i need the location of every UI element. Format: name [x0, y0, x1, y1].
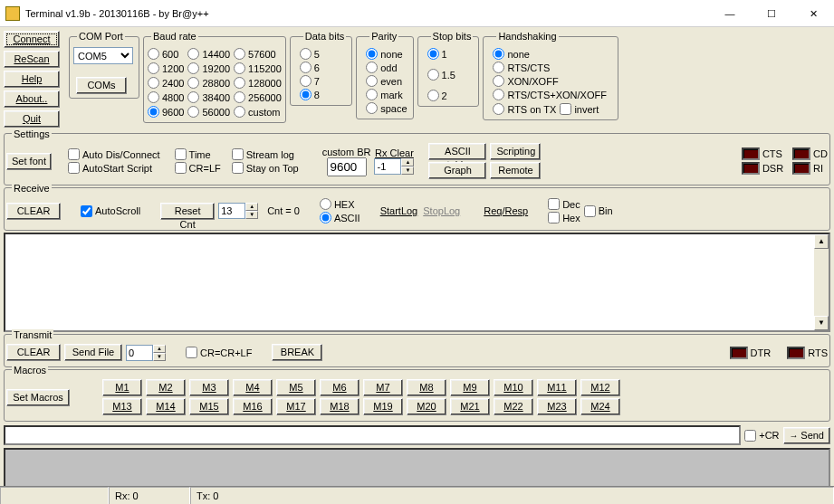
rxclear-spin[interactable]: ▲▼ [374, 158, 414, 175]
stopbits-1.5[interactable]: 1.5 [427, 68, 474, 81]
baud-38400[interactable]: 38400 [187, 90, 230, 104]
macro-M20[interactable]: M20 [407, 398, 446, 415]
hex-check[interactable]: Hex [548, 211, 580, 224]
macro-M5[interactable]: M5 [276, 379, 316, 396]
macro-M11[interactable]: M11 [537, 379, 577, 396]
close-button[interactable]: ✕ [792, 0, 834, 27]
macro-M3[interactable]: M3 [189, 379, 229, 396]
macro-M16[interactable]: M16 [233, 398, 273, 415]
macro-M22[interactable]: M22 [494, 398, 533, 415]
bin-check[interactable]: Bin [584, 204, 613, 218]
baud-56000[interactable]: 56000 [187, 105, 230, 119]
rx-scrollbar[interactable]: ▲▼ [814, 234, 829, 330]
invert-check[interactable]: invert [560, 102, 599, 116]
baud-2400[interactable]: 2400 [148, 76, 184, 90]
macro-M14[interactable]: M14 [146, 398, 186, 415]
stopbits-2[interactable]: 2 [427, 89, 474, 102]
baud-14400[interactable]: 14400 [187, 47, 230, 61]
maximize-button[interactable]: ☐ [751, 0, 792, 27]
macro-M23[interactable]: M23 [537, 398, 577, 415]
macro-M19[interactable]: M19 [363, 398, 403, 415]
dec-check[interactable]: Dec [548, 197, 580, 211]
databits-5[interactable]: 5 [300, 47, 346, 61]
coms-button[interactable]: COMs [76, 77, 127, 94]
setfont-button[interactable]: Set font [6, 153, 52, 170]
macro-M13[interactable]: M13 [102, 398, 142, 415]
macro-M2[interactable]: M2 [146, 379, 186, 396]
baud-256000[interactable]: 256000 [234, 90, 282, 104]
reqresp-button[interactable]: Req/Resp [484, 205, 528, 216]
set-macros-button[interactable]: Set Macros [6, 389, 70, 406]
send-input[interactable] [4, 425, 741, 445]
parity-odd[interactable]: odd [366, 61, 407, 74]
baud-600[interactable]: 600 [148, 47, 184, 61]
cnt-spin[interactable]: ▲▼ [218, 203, 258, 219]
handshaking-none[interactable]: none [493, 47, 612, 61]
rts-led[interactable]: RTS [787, 347, 828, 359]
baud-19200[interactable]: 19200 [187, 62, 230, 75]
tx-spin[interactable]: ▲▼ [126, 345, 166, 361]
macro-M17[interactable]: M17 [276, 398, 316, 415]
connect-button[interactable]: Connect [4, 31, 60, 48]
rx-hex-radio[interactable]: HEX [320, 197, 360, 211]
macro-M8[interactable]: M8 [407, 379, 446, 396]
about-button[interactable]: About.. [4, 90, 60, 108]
autoscroll-check[interactable]: AutoScroll [81, 204, 140, 218]
handshaking-XON/XOFF[interactable]: XON/XOFF [493, 74, 612, 88]
rx-ascii-radio[interactable]: ASCII [320, 211, 360, 224]
macro-M12[interactable]: M12 [580, 379, 620, 396]
dtr-led[interactable]: DTR [730, 347, 772, 359]
startlog-button[interactable]: StartLog [380, 205, 418, 216]
parity-even[interactable]: even [366, 74, 407, 88]
macro-M15[interactable]: M15 [189, 398, 229, 415]
baud-28800[interactable]: 28800 [187, 76, 230, 90]
baud-128000[interactable]: 128000 [234, 76, 282, 90]
comport-select[interactable]: COM5 [73, 47, 133, 64]
rescan-button[interactable]: ReScan [4, 51, 60, 68]
macro-M6[interactable]: M6 [320, 379, 359, 396]
plus-cr-check[interactable]: +CR [744, 429, 779, 442]
break-button[interactable]: BREAK [272, 344, 322, 361]
autostart-script-check[interactable]: AutoStart Script [68, 161, 160, 175]
minimize-button[interactable]: — [709, 0, 751, 27]
baud-1200[interactable]: 1200 [148, 62, 184, 75]
crlf-check[interactable]: CR=LF [175, 161, 221, 175]
stayontop-check[interactable]: Stay on Top [232, 161, 299, 175]
receive-textarea[interactable]: ▲▼ [4, 233, 830, 332]
crcrlf-check[interactable]: CR=CR+LF [186, 346, 252, 359]
custom-br-input[interactable] [327, 157, 367, 176]
macro-M10[interactable]: M10 [494, 379, 533, 396]
rts-on-tx-radio[interactable]: RTS on TX [493, 102, 556, 116]
baud-9600[interactable]: 9600 [148, 105, 184, 119]
tx-clear-button[interactable]: CLEAR [6, 344, 61, 361]
graph-button[interactable]: Graph [428, 162, 486, 179]
streamlog-check[interactable]: Stream log [232, 147, 299, 161]
macro-M21[interactable]: M21 [450, 398, 490, 415]
parity-none[interactable]: none [366, 47, 407, 61]
macro-M1[interactable]: M1 [102, 379, 142, 396]
sendfile-button[interactable]: Send File [64, 344, 122, 361]
baud-57600[interactable]: 57600 [234, 47, 282, 61]
rx-clear-button[interactable]: CLEAR [6, 203, 61, 220]
scripting-button[interactable]: Scripting [490, 143, 541, 160]
databits-7[interactable]: 7 [300, 74, 346, 88]
handshaking-RTS/CTS[interactable]: RTS/CTS [493, 61, 612, 74]
parity-space[interactable]: space [366, 101, 407, 115]
asciitable-button[interactable]: ASCII table [428, 143, 486, 160]
macro-M7[interactable]: M7 [363, 379, 403, 396]
handshaking-RTS/CTS+XON/XOFF[interactable]: RTS/CTS+XON/XOFF [493, 88, 612, 101]
stopbits-1[interactable]: 1 [427, 47, 474, 61]
remote-button[interactable]: Remote [490, 162, 541, 179]
baud-4800[interactable]: 4800 [148, 90, 184, 104]
databits-8[interactable]: 8 [300, 88, 346, 101]
macro-M4[interactable]: M4 [233, 379, 273, 396]
send-button[interactable]: Send [783, 427, 830, 444]
help-button[interactable]: Help [4, 71, 60, 88]
time-check[interactable]: Time [175, 147, 221, 161]
macro-M9[interactable]: M9 [450, 379, 490, 396]
auto-disconnect-check[interactable]: Auto Dis/Connect [68, 147, 160, 161]
databits-6[interactable]: 6 [300, 61, 346, 74]
baud-custom[interactable]: custom [234, 105, 282, 119]
quit-button[interactable]: Quit [4, 110, 60, 128]
parity-mark[interactable]: mark [366, 88, 407, 101]
